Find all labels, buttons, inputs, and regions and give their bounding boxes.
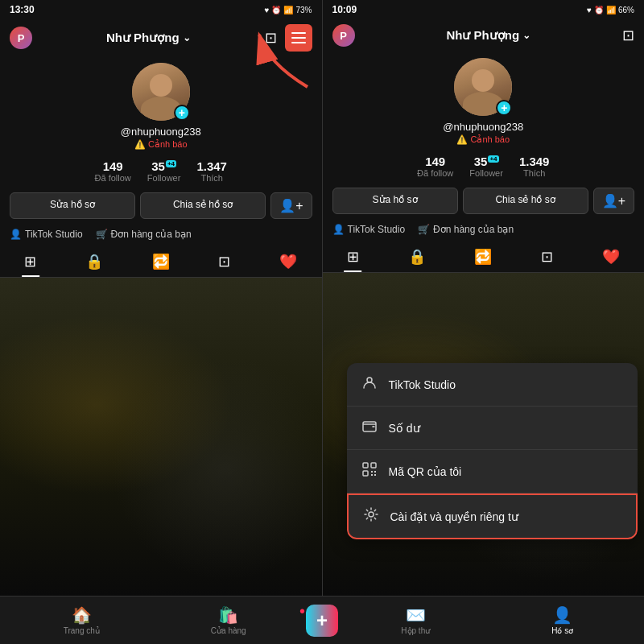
hamburger-line-3 xyxy=(291,42,306,43)
tab-videos-left[interactable]: ⊞ xyxy=(18,251,43,272)
tiktok-studio-link-right[interactable]: 👤 TikTok Studio xyxy=(332,224,406,235)
stat-number-likes-left: 1.347 xyxy=(196,159,227,173)
tab-liked-right[interactable]: ❤️ xyxy=(596,246,626,267)
nav-actions-right: ⊡ xyxy=(622,27,634,44)
nav-username-right[interactable]: Như Phượng xyxy=(446,28,530,43)
tab-tagged-right[interactable]: ⊡ xyxy=(535,246,559,267)
menu-item-studio[interactable]: TikTok Studio xyxy=(347,363,638,407)
nav-inbox[interactable]: ✉️ Hộp thư xyxy=(342,605,489,635)
status-time-right: 10:09 xyxy=(332,4,357,15)
home-icon: 🏠 xyxy=(72,605,92,625)
add-friend-btn-left[interactable]: 👤+ xyxy=(270,192,312,219)
orders-link-left[interactable]: 🛒 Đơn hàng của bạn xyxy=(96,229,192,240)
stat-following-left[interactable]: 149 Đã follow xyxy=(95,159,131,183)
menu-item-qr[interactable]: Mã QR của tôi xyxy=(347,450,638,493)
alarm-icon: ⏰ xyxy=(271,6,281,14)
signal-icon-right: 📶 xyxy=(606,6,616,14)
stat-followers-left[interactable]: 35 +4 Follower xyxy=(147,159,181,183)
svg-point-3 xyxy=(372,426,374,427)
svg-rect-7 xyxy=(371,471,373,473)
tab-repost-right[interactable]: 🔁 xyxy=(468,246,498,267)
add-friend-icon-right: 👤+ xyxy=(602,193,625,208)
menu-item-settings[interactable]: Cài đặt và quyền riêng tư xyxy=(347,493,638,539)
svg-rect-8 xyxy=(374,471,376,473)
orders-link-right[interactable]: 🛒 Đơn hàng của bạn xyxy=(418,224,514,235)
dropdown-menu: TikTok Studio Số dư xyxy=(347,363,638,539)
tab-videos-right[interactable]: ⊞ xyxy=(341,246,365,267)
svg-point-11 xyxy=(369,512,374,517)
nav-profile[interactable]: 👤 Hồ sơ xyxy=(489,605,637,635)
stat-followers-right[interactable]: 35 +4 Follower xyxy=(469,155,503,178)
create-button[interactable]: + xyxy=(306,605,338,637)
studio-menu-icon xyxy=(360,374,379,394)
svg-rect-4 xyxy=(363,463,368,468)
warning-icon-right: ⚠️ xyxy=(456,134,468,145)
warning-right: ⚠️ Cảnh báo xyxy=(456,134,510,145)
nav-actions-left: ⊡ xyxy=(265,24,312,52)
username-right: @nhuphuong238 xyxy=(443,121,523,133)
add-friend-btn-right[interactable]: 👤+ xyxy=(593,188,634,214)
qr-icon xyxy=(360,461,379,481)
shop-icon: 🛍️ xyxy=(218,605,238,625)
stat-following-right[interactable]: 149 Đã follow xyxy=(417,155,453,178)
quick-links-left: 👤 TikTok Studio 🛒 Đơn hàng của bạn xyxy=(0,222,322,246)
hamburger-button-left[interactable] xyxy=(285,24,312,52)
warning-left: ⚠️ Cảnh báo xyxy=(134,139,188,150)
action-buttons-right: Sửa hồ sơ Chia sẻ hồ sơ 👤+ xyxy=(323,184,645,217)
warning-icon-left: ⚠️ xyxy=(134,139,146,150)
status-time-left: 13:30 xyxy=(10,4,35,15)
menu-item-qr-label: Mã QR của tôi xyxy=(389,465,462,478)
wallet-icon xyxy=(360,418,379,438)
screen-right: 10:09 ♥ ⏰ 📶 66% P Như Phượng ⊡ xyxy=(323,0,645,596)
avatar-container-left: + xyxy=(132,63,190,121)
heart-icon: ♥ xyxy=(265,6,270,14)
status-bar-right: 10:09 ♥ ⏰ 📶 66% xyxy=(323,0,645,19)
hamburger-line-2 xyxy=(291,37,306,39)
tab-locked-left[interactable]: 🔒 xyxy=(79,251,109,272)
nav-shop[interactable]: 🛍️ Cửa hàng xyxy=(155,605,303,635)
signal-icon: 📶 xyxy=(283,6,293,14)
tab-repost-left[interactable]: 🔁 xyxy=(146,251,176,272)
stats-row-right: 149 Đã follow 35 +4 Follower 1.349 Thích xyxy=(323,148,645,184)
stat-number-followers-right: 35 +4 xyxy=(474,155,499,168)
tiktok-studio-link-left[interactable]: 👤 TikTok Studio xyxy=(10,229,83,240)
studio-icon-right: 👤 xyxy=(332,224,345,235)
share-profile-btn-left[interactable]: Chia sẻ hồ sơ xyxy=(140,192,266,219)
quick-links-right: 👤 TikTok Studio 🛒 Đơn hàng của bạn xyxy=(323,217,645,242)
stat-likes-left[interactable]: 1.347 Thích xyxy=(196,159,227,183)
tab-liked-left[interactable]: ❤️ xyxy=(273,251,303,272)
alarm-icon-right: ⏰ xyxy=(594,6,604,14)
screen-left: 13:30 ♥ ⏰ 📶 73% P Như Phượng ⊡ xyxy=(0,0,323,596)
profile-section-left: + @nhuphuong238 ⚠️ Cảnh báo xyxy=(0,56,322,153)
edit-profile-btn-right[interactable]: Sửa hồ sơ xyxy=(332,188,458,214)
nav-username-left[interactable]: Như Phượng xyxy=(106,31,191,45)
inbox-icon: ✉️ xyxy=(406,605,426,625)
tab-locked-right[interactable]: 🔒 xyxy=(402,246,432,267)
tab-icons-left: ⊞ 🔒 🔁 ⊡ ❤️ xyxy=(0,246,322,278)
stat-likes-right[interactable]: 1.349 Thích xyxy=(519,155,550,178)
dual-phone-icon-right[interactable]: ⊡ xyxy=(622,27,634,44)
nav-avatar-left: P xyxy=(10,27,32,49)
nav-create[interactable]: + xyxy=(302,605,342,637)
stat-number-following-left: 149 xyxy=(103,159,123,173)
nav-avatar-right: P xyxy=(332,24,355,47)
action-buttons-left: Sửa hồ sơ Chia sẻ hồ sơ 👤+ xyxy=(0,189,322,222)
menu-item-settings-label: Cài đặt và quyền riêng tư xyxy=(390,510,518,523)
nav-home[interactable]: 🏠 Trang chủ xyxy=(8,605,155,635)
studio-icon-left: 👤 xyxy=(10,229,22,240)
svg-rect-9 xyxy=(371,474,373,476)
avatar-plus-btn-left[interactable]: + xyxy=(174,105,190,121)
svg-rect-10 xyxy=(374,474,376,476)
dual-phone-icon[interactable]: ⊡ xyxy=(265,29,277,47)
share-profile-btn-right[interactable]: Chia sẻ hồ sơ xyxy=(463,188,588,214)
content-blur-left xyxy=(0,278,322,596)
profile-section-right: + @nhuphuong238 ⚠️ Cảnh báo xyxy=(323,52,645,148)
menu-item-balance-label: Số dư xyxy=(389,422,420,435)
top-nav-left: P Như Phượng ⊡ xyxy=(0,19,322,56)
edit-profile-btn-left[interactable]: Sửa hồ sơ xyxy=(10,192,135,219)
tab-tagged-left[interactable]: ⊡ xyxy=(212,251,237,272)
menu-item-balance[interactable]: Số dư xyxy=(347,407,638,450)
followers-badge-right: +4 xyxy=(488,155,498,163)
cart-icon-left: 🛒 xyxy=(96,229,108,240)
status-bar-left: 13:30 ♥ ⏰ 📶 73% xyxy=(0,0,322,19)
